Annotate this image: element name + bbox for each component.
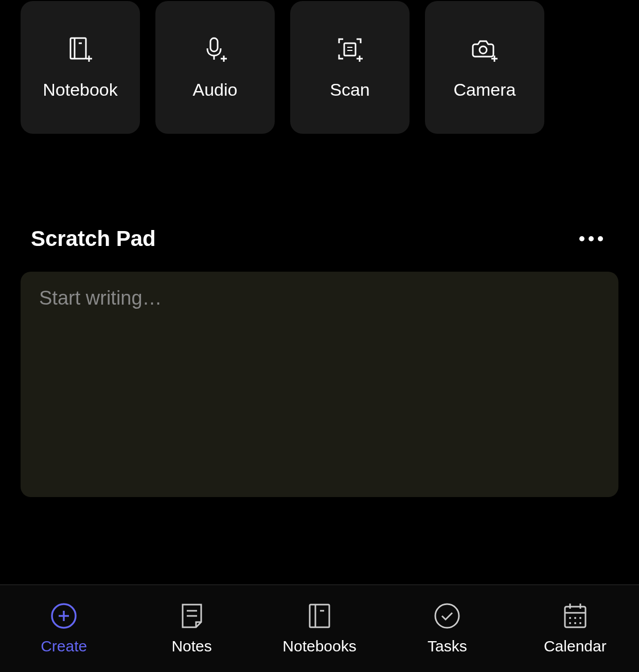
- quick-action-label: Audio: [193, 80, 238, 100]
- svg-point-35: [579, 622, 581, 624]
- note-icon: [179, 603, 205, 629]
- scratch-pad-area: [21, 272, 618, 497]
- svg-point-25: [435, 604, 459, 628]
- svg-point-32: [579, 617, 581, 619]
- nav-label: Tasks: [428, 638, 467, 655]
- svg-point-14: [480, 46, 487, 54]
- nav-item-notes[interactable]: Notes: [128, 603, 255, 655]
- nav-item-create[interactable]: Create: [0, 603, 128, 655]
- scan-plus-icon: [335, 36, 364, 64]
- notebook-icon: [306, 603, 333, 629]
- svg-rect-9: [344, 43, 356, 56]
- svg-point-33: [569, 622, 571, 624]
- quick-action-notebook[interactable]: Notebook: [21, 1, 140, 134]
- quick-action-label: Notebook: [43, 80, 118, 100]
- svg-rect-0: [70, 38, 86, 59]
- plus-circle-icon: [50, 603, 77, 629]
- svg-point-34: [574, 622, 576, 624]
- nav-item-calendar[interactable]: Calendar: [511, 603, 639, 655]
- notebook-plus-icon: [66, 36, 95, 64]
- check-circle-icon: [434, 603, 460, 629]
- quick-actions-row: Notebook Audio: [0, 0, 639, 134]
- quick-action-scan[interactable]: Scan: [290, 1, 410, 134]
- scratch-pad-section: Scratch Pad: [0, 226, 639, 497]
- nav-item-notebooks[interactable]: Notebooks: [256, 603, 383, 655]
- camera-plus-icon: [470, 36, 499, 64]
- nav-item-tasks[interactable]: Tasks: [383, 603, 511, 655]
- more-icon: [579, 236, 584, 241]
- svg-point-30: [569, 617, 571, 619]
- nav-label: Calendar: [544, 638, 607, 655]
- svg-rect-22: [310, 605, 329, 627]
- scratch-pad-title: Scratch Pad: [31, 226, 156, 251]
- nav-label: Notebooks: [282, 638, 356, 655]
- scratch-pad-input[interactable]: [39, 287, 600, 482]
- scratch-pad-header: Scratch Pad: [21, 226, 618, 251]
- nav-label: Notes: [171, 638, 211, 655]
- quick-action-label: Camera: [454, 80, 516, 100]
- more-button[interactable]: [574, 231, 608, 246]
- quick-action-label: Scan: [330, 80, 370, 100]
- microphone-plus-icon: [201, 36, 229, 64]
- svg-point-31: [574, 617, 576, 619]
- bottom-nav: Create Notes Notebooks: [0, 585, 639, 672]
- more-icon: [598, 236, 603, 241]
- quick-action-audio[interactable]: Audio: [155, 1, 275, 134]
- calendar-icon: [562, 603, 589, 629]
- quick-action-camera[interactable]: Camera: [425, 1, 544, 134]
- more-icon: [589, 236, 594, 241]
- nav-label: Create: [41, 638, 87, 655]
- svg-rect-5: [210, 38, 218, 51]
